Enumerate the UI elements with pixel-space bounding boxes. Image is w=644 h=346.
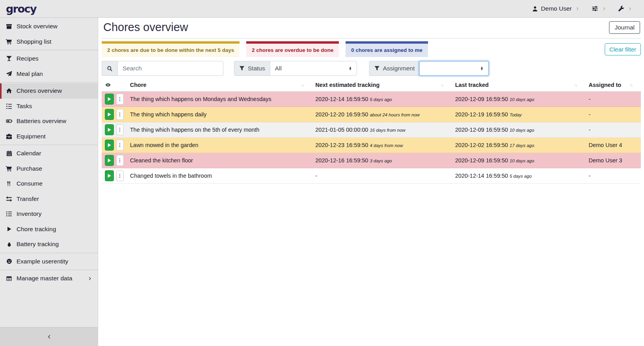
track-chore-button[interactable] (105, 109, 114, 120)
sidebar-item-batteries-overview[interactable]: Batteries overview (0, 114, 98, 129)
search-addon (102, 61, 117, 76)
last-tracked-date: 2020-12-09 16:59:50 (455, 127, 508, 133)
next-tracking-date: - (315, 173, 317, 179)
top-bar: grocy Demo User (0, 0, 644, 18)
journal-button[interactable]: Journal (609, 21, 640, 34)
sidebar-item-label: Example userentity (16, 258, 68, 265)
sidebar-item-recipes[interactable]: Recipes (0, 51, 98, 66)
sidebar-item-manage-master-data[interactable]: Manage master data (0, 271, 98, 286)
assigned-to-cell: - (585, 92, 641, 107)
row-menu-button[interactable] (116, 140, 124, 151)
chore-name[interactable]: Changed towels in the bathroom (127, 168, 312, 184)
sidebar-item-purchase[interactable]: Purchase (0, 161, 98, 177)
last-tracked-cell: 2020-12-19 16:59:50Today (452, 107, 585, 122)
sort-icon[interactable]: ↑↓ (441, 83, 449, 87)
chore-name[interactable]: The thing which happens daily (127, 107, 312, 122)
next-tracking-date: 2020-12-23 16:59:50 (315, 142, 368, 148)
sidebar-item-meal-plan[interactable]: Meal plan (0, 66, 98, 82)
sort-icon[interactable]: ↑↓ (301, 83, 309, 87)
next-tracking-relative: about 24 hours from now (370, 112, 420, 117)
track-chore-button[interactable] (105, 124, 114, 135)
clear-filter-button[interactable]: Clear filter (605, 43, 641, 55)
sidebar-item-battery-tracking[interactable]: Battery tracking (0, 237, 98, 252)
sidebar-item-example-userentity[interactable]: Example userentity (0, 254, 98, 269)
utensils-icon (5, 180, 13, 187)
user-menu[interactable]: Demo User (532, 5, 580, 12)
sidebar-item-equipment[interactable]: Equipment (0, 129, 98, 144)
due-soon-card[interactable]: 2 chores are due to be done within the n… (102, 41, 240, 57)
grocy-logo[interactable]: grocy (0, 3, 36, 15)
column-visibility-header[interactable] (102, 79, 127, 92)
sidebar-item-calendar[interactable]: Calendar (0, 146, 98, 161)
chore-name[interactable]: The thing which happens on the 5th of ev… (127, 122, 312, 138)
row-menu-button[interactable] (116, 94, 124, 105)
assigned-to-me-card[interactable]: 0 chores are assigned to me (346, 41, 428, 57)
next-tracking-cell: 2021-01-05 00:00:0016 days from now (312, 122, 452, 138)
chevron-right-icon (628, 7, 632, 11)
sidebar-item-tasks[interactable]: Tasks (0, 99, 98, 114)
sidebar-item-chores-overview[interactable]: Chores overview (0, 83, 98, 99)
assignment-select[interactable]: ▲▼ (419, 61, 489, 76)
row-menu-button[interactable] (116, 124, 124, 135)
sidebar-divider (0, 82, 98, 83)
track-chore-button[interactable] (105, 170, 114, 181)
next-tracking-cell: 2020-12-16 16:59:503 days ago (312, 153, 452, 168)
admin-tools-menu[interactable] (618, 6, 632, 12)
sidebar-item-label: Manage master data (16, 275, 72, 282)
summary-cards: 2 chores are due to be done within the n… (102, 41, 428, 57)
settings-menu[interactable] (591, 6, 606, 12)
search-group (102, 61, 223, 76)
exchange-icon (5, 196, 13, 202)
next-tracking-date: 2021-01-05 00:00:00 (315, 127, 368, 133)
sidebar-item-shopping-list[interactable]: Shopping list (0, 34, 98, 50)
header-last-tracked[interactable]: Last tracked↑↓ (452, 79, 585, 92)
sidebar-item-label: Battery tracking (16, 241, 59, 248)
header-next-tracking[interactable]: Next estimated tracking↑↓ (312, 79, 452, 92)
list-icon (5, 211, 13, 217)
sidebar-divider (0, 270, 98, 270)
status-select[interactable]: All ▲▼ (270, 61, 357, 76)
next-tracking-cell: - (312, 168, 452, 184)
paper-plane-icon (5, 71, 13, 77)
table-row: The thing which happens on Mondays and W… (102, 92, 641, 107)
header-chore-label: Chore (130, 82, 146, 88)
sort-icon[interactable]: ↑↓ (574, 83, 582, 87)
header-chore[interactable]: Chore↑↓ (127, 79, 312, 92)
main-content: Chores overview Journal 2 chores are due… (99, 18, 644, 346)
sidebar-item-label: Stock overview (16, 23, 57, 30)
sidebar-item-stock-overview[interactable]: Stock overview (0, 19, 98, 34)
sidebar-item-consume[interactable]: Consume (0, 176, 98, 191)
track-chore-button[interactable] (105, 155, 114, 166)
chore-name[interactable]: The thing which happens on Mondays and W… (127, 92, 312, 107)
sidebar-item-inventory[interactable]: Inventory (0, 206, 98, 222)
last-tracked-date: 2020-12-09 16:59:50 (455, 157, 508, 164)
track-chore-button[interactable] (105, 94, 114, 105)
assigned-to-cell: - (585, 107, 641, 122)
row-menu-button[interactable] (116, 170, 124, 181)
sidebar-item-label: Recipes (16, 55, 38, 62)
chore-name[interactable]: Cleaned the kitchen floor (127, 153, 312, 168)
search-input[interactable] (117, 61, 223, 76)
sidebar-item-label: Inventory (16, 210, 42, 217)
briefcase-icon (5, 133, 13, 140)
overdue-card[interactable]: 2 chores are overdue to be done (246, 41, 339, 57)
header-next-label: Next estimated tracking (315, 82, 380, 88)
last-tracked-cell: 2020-12-02 16:59:5017 days ago (452, 138, 585, 153)
last-tracked-relative: 10 days ago (510, 158, 534, 163)
cocktail-icon (5, 55, 13, 62)
next-tracking-date: 2020-12-20 16:59:50 (315, 111, 368, 118)
sidebar-item-chore-tracking[interactable]: Chore tracking (0, 222, 98, 237)
row-menu-button[interactable] (116, 109, 124, 120)
last-tracked-cell: 2020-12-09 16:59:5010 days ago (452, 92, 585, 107)
track-chore-button[interactable] (105, 140, 114, 151)
sidebar-item-transfer[interactable]: Transfer (0, 191, 98, 207)
sidebar-item-label: Meal plan (16, 70, 43, 77)
sidebar-collapse-button[interactable] (0, 327, 98, 346)
sort-icon[interactable]: ↑↓ (629, 83, 638, 87)
header-assigned-to[interactable]: Assigned to↑↓ (585, 79, 641, 92)
sidebar-item-label: Consume (16, 180, 42, 187)
sidebar-divider (0, 253, 98, 253)
box-icon (5, 23, 13, 29)
row-menu-button[interactable] (116, 155, 124, 166)
chore-name[interactable]: Lawn mowed in the garden (127, 138, 312, 153)
